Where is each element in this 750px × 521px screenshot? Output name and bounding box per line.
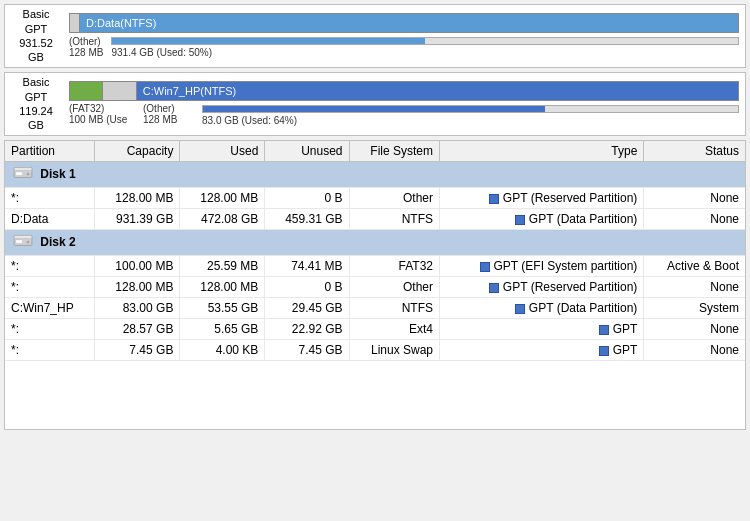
cell-status: None (644, 209, 745, 230)
svg-rect-13 (14, 235, 32, 238)
cell-used: 472.08 GB (180, 209, 265, 230)
col-unused: Unused (265, 141, 349, 162)
cell-capacity: 7.45 GB (95, 340, 180, 361)
disk1-bar: D:Data(NTFS) (69, 13, 739, 33)
cell-capacity: 28.57 GB (95, 319, 180, 340)
type-icon (599, 346, 609, 356)
disk2-data-sub: 83.0 GB (Used: 64%) (202, 115, 297, 126)
table-row[interactable]: *: 7.45 GB 4.00 KB 7.45 GB Linux Swap GP… (5, 340, 745, 361)
disk1-data-info: 931.4 GB (Used: 50%) (111, 35, 739, 59)
cell-partition: *: (5, 256, 95, 277)
type-icon (515, 304, 525, 314)
table-row[interactable]: D:Data 931.39 GB 472.08 GB 459.31 GB NTF… (5, 209, 745, 230)
cell-status: Active & Boot (644, 256, 745, 277)
svg-point-15 (27, 241, 29, 243)
disk1-seg-data: D:Data(NTFS) (80, 14, 738, 32)
cell-fs: Ext4 (349, 319, 440, 340)
cell-type: GPT (440, 340, 644, 361)
disk1-panel: Basic GPT 931.52 GB D:Data(NTFS) (Other)… (4, 4, 746, 68)
col-status: Status (644, 141, 745, 162)
cell-unused: 74.41 MB (265, 256, 349, 277)
disk2-winc-label: C:Win7_HP(NTFS) (143, 85, 237, 97)
disk1-label: Basic GPT 931.52 GB (11, 7, 61, 64)
cell-fs: NTFS (349, 209, 440, 230)
svg-point-11 (27, 173, 29, 175)
disk1-data-sub: 931.4 GB (Used: 50%) (111, 47, 212, 58)
cell-used: 4.00 KB (180, 340, 265, 361)
cell-status: None (644, 277, 745, 298)
type-icon (489, 283, 499, 293)
cell-partition: *: (5, 277, 95, 298)
partition-table: Partition Capacity Used Unused File Syst… (5, 141, 745, 361)
disk2-seg-fat32 (70, 82, 103, 100)
cell-status: None (644, 319, 745, 340)
disk2-row-label: Disk 2 (40, 235, 75, 249)
disk1-info-row: (Other)128 MB 931.4 GB (Used: 50%) (69, 35, 739, 59)
table-header-row: Partition Capacity Used Unused File Syst… (5, 141, 745, 162)
cell-partition: *: (5, 340, 95, 361)
disk2-panel: Basic GPT 119.24 GB C:Win7_HP(NTFS) (FAT… (4, 72, 746, 136)
partition-table-area[interactable]: Partition Capacity Used Unused File Syst… (4, 140, 746, 430)
disk2-used-fill (203, 106, 545, 112)
cell-fs: NTFS (349, 298, 440, 319)
cell-used: 53.55 GB (180, 298, 265, 319)
cell-capacity: 128.00 MB (95, 277, 180, 298)
disk2-icon: Basic GPT 119.24 GB (11, 79, 61, 129)
cell-unused: 0 B (265, 277, 349, 298)
cell-status: None (644, 188, 745, 209)
disk1-seg-other (70, 14, 80, 32)
cell-used: 5.65 GB (180, 319, 265, 340)
disk2-used-bar (202, 105, 739, 113)
cell-capacity: 931.39 GB (95, 209, 180, 230)
disk1-header-row: Disk 1 (5, 162, 745, 188)
cell-fs: Other (349, 188, 440, 209)
disk2-info-row: (FAT32)100 MB (Use (Other)128 MB 83.0 GB… (69, 103, 739, 127)
svg-rect-14 (16, 240, 23, 243)
disk2-partitions: C:Win7_HP(NTFS) (FAT32)100 MB (Use (Othe… (69, 81, 739, 127)
disk2-bar: C:Win7_HP(NTFS) (69, 81, 739, 101)
disk2-fat32-info: (FAT32)100 MB (Use (69, 103, 139, 125)
cell-unused: 7.45 GB (265, 340, 349, 361)
cell-unused: 22.92 GB (265, 319, 349, 340)
cell-type: GPT (Data Partition) (440, 298, 644, 319)
cell-partition: C:Win7_HP (5, 298, 95, 319)
cell-fs: Other (349, 277, 440, 298)
cell-partition: *: (5, 188, 95, 209)
disk2-data-info: 83.0 GB (Used: 64%) (202, 103, 739, 127)
cell-capacity: 100.00 MB (95, 256, 180, 277)
disk1-used-bar (111, 37, 739, 45)
cell-used: 128.00 MB (180, 188, 265, 209)
type-icon (599, 325, 609, 335)
cell-capacity: 128.00 MB (95, 188, 180, 209)
table-row[interactable]: *: 128.00 MB 128.00 MB 0 B Other GPT (Re… (5, 277, 745, 298)
table-row[interactable]: *: 28.57 GB 5.65 GB 22.92 GB Ext4 GPT No… (5, 319, 745, 340)
type-icon (489, 194, 499, 204)
disk1-other-info: (Other)128 MB (69, 36, 103, 58)
table-row[interactable]: C:Win7_HP 83.00 GB 53.55 GB 29.45 GB NTF… (5, 298, 745, 319)
disk2-label: Basic GPT 119.24 GB (11, 75, 61, 132)
table-row[interactable]: *: 100.00 MB 25.59 MB 74.41 MB FAT32 GPT… (5, 256, 745, 277)
disk1-icon: Basic GPT 931.52 GB (11, 11, 61, 61)
cell-status: None (644, 340, 745, 361)
cell-fs: FAT32 (349, 256, 440, 277)
disk2-other-info: (Other)128 MB (143, 103, 198, 125)
cell-used: 128.00 MB (180, 277, 265, 298)
disk2-seg-other (103, 82, 136, 100)
cell-fs: Linux Swap (349, 340, 440, 361)
disk1-used-fill (112, 38, 425, 44)
svg-rect-10 (16, 172, 23, 175)
disk1-row-icon (13, 165, 33, 184)
disk1-row-label: Disk 1 (40, 167, 75, 181)
disk1-partitions: D:Data(NTFS) (Other)128 MB 931.4 GB (Use… (69, 13, 739, 59)
table-row[interactable]: *: 128.00 MB 128.00 MB 0 B Other GPT (Re… (5, 188, 745, 209)
col-partition: Partition (5, 141, 95, 162)
cell-type: GPT (EFI System partition) (440, 256, 644, 277)
type-icon (515, 215, 525, 225)
cell-unused: 459.31 GB (265, 209, 349, 230)
col-fs: File System (349, 141, 440, 162)
cell-type: GPT (Reserved Partition) (440, 277, 644, 298)
col-type: Type (440, 141, 644, 162)
type-icon (480, 262, 490, 272)
cell-used: 25.59 MB (180, 256, 265, 277)
disk2-header-row: Disk 2 (5, 230, 745, 256)
